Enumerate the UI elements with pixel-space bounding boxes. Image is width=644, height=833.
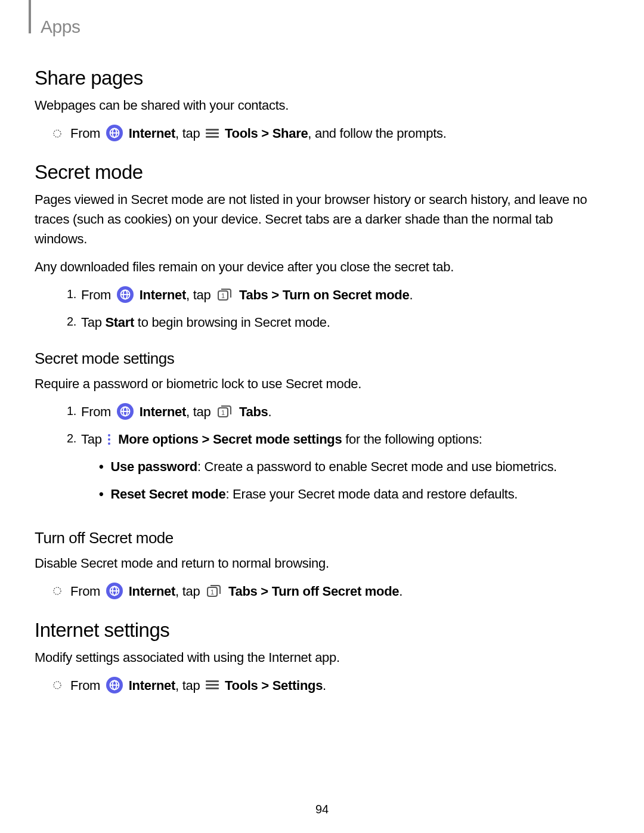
- internet-icon: [117, 403, 134, 420]
- svg-text:1: 1: [221, 409, 225, 416]
- tabs-icon: 1: [206, 584, 222, 598]
- turnon-label: Turn on Secret mode: [283, 287, 410, 302]
- gt: >: [258, 584, 272, 599]
- text: , and follow the prompts.: [308, 126, 446, 141]
- text: , tap: [186, 287, 214, 302]
- gt: >: [268, 287, 283, 302]
- text: , tap: [175, 584, 203, 599]
- option-use-password: • Use password: Create a password to ena…: [99, 457, 557, 477]
- svg-point-14: [54, 587, 61, 594]
- text: From: [70, 678, 104, 693]
- internet-settings-step: From Internet, tap Tools > Settings.: [52, 676, 608, 695]
- marker: 1.: [62, 402, 76, 420]
- marker: 1.: [62, 285, 76, 304]
- turn-off-desc: Disable Secret mode and return to normal…: [35, 553, 608, 573]
- bullet-icon: [52, 680, 62, 690]
- secret-settings-step2: 2. Tap More options > Secret mode settin…: [62, 429, 608, 512]
- internet-label: Internet: [129, 126, 175, 141]
- option-reset-secret: • Reset Secret mode: Erase your Secret m…: [99, 484, 557, 504]
- internet-label: Internet: [140, 404, 186, 419]
- section-secret-settings: Secret mode settings: [35, 349, 608, 368]
- turn-off-step: From Internet, tap 1 Tabs > Turn off Sec…: [52, 581, 608, 601]
- tabs-label: Tabs: [239, 287, 268, 302]
- svg-point-0: [54, 130, 61, 137]
- section-internet-settings: Internet settings: [35, 619, 608, 642]
- text: .: [323, 678, 326, 693]
- internet-label: Internet: [140, 287, 186, 302]
- marker: 2.: [62, 312, 76, 331]
- internet-icon: [106, 677, 123, 693]
- secret-settings-step1: 1. From Internet, tap 1 Tabs.: [62, 402, 608, 422]
- section-secret-mode: Secret mode: [35, 161, 608, 184]
- section-share-pages: Share pages: [35, 67, 608, 89]
- text: : Erase your Secret mode data and restor…: [225, 487, 518, 501]
- secret-mode-p2: Any downloaded files remain on your devi…: [35, 257, 608, 277]
- section-turn-off: Turn off Secret mode: [35, 529, 608, 547]
- secret-mode-step2: 2. Tap Start to begin browsing in Secret…: [62, 312, 608, 333]
- page-number: 94: [0, 803, 644, 816]
- bullet-icon: [52, 129, 62, 138]
- text: From: [81, 287, 114, 302]
- svg-text:1: 1: [210, 589, 214, 596]
- text: Tap: [81, 432, 105, 447]
- text: Tap: [81, 315, 105, 330]
- use-password-label: Use password: [110, 459, 197, 474]
- share-label: Share: [273, 126, 308, 141]
- svg-text:1: 1: [221, 292, 225, 299]
- tools-label: Tools: [225, 126, 258, 141]
- bullet-dot: •: [99, 457, 103, 477]
- internet-settings-desc: Modify settings associated with using th…: [35, 648, 608, 667]
- text: , tap: [175, 126, 203, 141]
- text: , tap: [186, 404, 214, 419]
- text: .: [268, 404, 272, 419]
- bullet-icon: [52, 586, 62, 596]
- internet-icon: [106, 583, 123, 599]
- text: to begin browsing in Secret mode.: [134, 315, 330, 330]
- internet-icon: [106, 125, 123, 141]
- more-options-icon: [106, 433, 112, 446]
- page-header: Apps: [41, 17, 608, 37]
- secret-mode-p1: Pages viewed in Secret mode are not list…: [35, 190, 608, 249]
- text: From: [81, 404, 114, 419]
- text: .: [409, 287, 413, 302]
- header-rule: [29, 0, 31, 33]
- tools-icon: [206, 128, 219, 138]
- marker: 2.: [62, 429, 76, 448]
- text: From: [70, 584, 104, 599]
- start-label: Start: [105, 315, 134, 330]
- tabs-label: Tabs: [228, 584, 258, 599]
- text: , tap: [175, 678, 203, 693]
- tools-label: Tools: [225, 678, 258, 693]
- secret-settings-desc: Require a password or biometric lock to …: [35, 374, 608, 394]
- tabs-icon: 1: [216, 287, 233, 302]
- text: .: [399, 584, 402, 599]
- internet-icon: [117, 286, 134, 303]
- more-label: More options: [118, 432, 199, 447]
- settings-label: Settings: [273, 678, 323, 693]
- sms-label: Secret mode settings: [213, 432, 342, 447]
- bullet-dot: •: [99, 484, 103, 504]
- gt: >: [199, 432, 213, 447]
- tabs-icon: 1: [216, 404, 233, 419]
- content: Share pages Webpages can be shared with …: [35, 67, 608, 695]
- reset-secret-label: Reset Secret mode: [110, 487, 225, 501]
- share-pages-step: From Internet, tap Tools > Share, and fo…: [52, 123, 608, 143]
- gt: >: [258, 678, 273, 693]
- internet-label: Internet: [129, 678, 175, 693]
- text: for the following options:: [342, 432, 482, 447]
- tools-icon: [206, 680, 219, 690]
- svg-point-20: [54, 682, 61, 689]
- internet-label: Internet: [129, 584, 175, 599]
- gt: >: [258, 126, 273, 141]
- off-label: Turn off Secret mode: [272, 584, 400, 599]
- share-pages-desc: Webpages can be shared with your contact…: [35, 95, 608, 115]
- text: From: [70, 126, 104, 141]
- tabs-label: Tabs: [239, 404, 268, 419]
- text: : Create a password to enable Secret mod…: [197, 459, 557, 474]
- secret-mode-step1: 1. From Internet, tap 1 Tabs > Turn on S…: [62, 285, 608, 305]
